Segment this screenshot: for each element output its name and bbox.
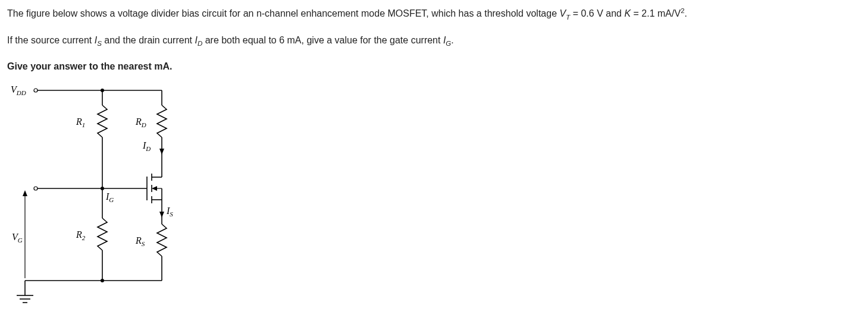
vdd-label: VDD [11, 84, 26, 96]
k-symbol: K [624, 8, 631, 18]
mosfet-body-arrow [152, 186, 157, 191]
ig-label: IG [105, 191, 114, 203]
rs-label: RS [135, 235, 145, 247]
problem-paragraph-2: If the source current IS and the drain c… [7, 33, 861, 49]
is-label: IS [166, 206, 173, 218]
r2-label: R2 [76, 229, 86, 241]
r2-resistor [98, 218, 107, 250]
is-arrow [159, 212, 164, 218]
p1-end: . [685, 8, 687, 18]
vt-symbol: V [560, 8, 566, 18]
instruction-paragraph: Give your answer to the nearest mA. [7, 59, 861, 74]
vg-terminal [34, 187, 37, 190]
is-sub: S [97, 40, 102, 47]
id-label: ID [142, 140, 151, 152]
rs-resistor [157, 224, 167, 256]
id-arrow [159, 149, 164, 155]
p2-end: . [451, 35, 453, 45]
ig-sub: G [446, 40, 451, 47]
rd-resistor [157, 105, 167, 137]
id-sub: D [198, 40, 202, 47]
p2-text-b: and the drain current [102, 35, 195, 45]
vdd-terminal [34, 89, 37, 92]
p1-k-eq: = 2.1 mA/V [631, 8, 681, 18]
p2-text-a: If the source current [7, 35, 95, 45]
circuit-figure: VDD R1 RD ID IG IS RS [7, 84, 861, 321]
rd-label: RD [135, 117, 146, 128]
p1-text-a: The figure below shows a voltage divider… [7, 8, 560, 18]
r1-resistor [98, 105, 107, 137]
p1-vt-eq: = 0.6 V and [570, 8, 624, 18]
problem-paragraph-1: The figure below shows a voltage divider… [7, 6, 861, 23]
p2-text-c: are both equal to 6 mA, give a value for… [202, 35, 443, 45]
vg-measure-arrow [23, 190, 27, 196]
r1-label: R1 [76, 117, 85, 128]
vg-label: VG [12, 232, 23, 244]
